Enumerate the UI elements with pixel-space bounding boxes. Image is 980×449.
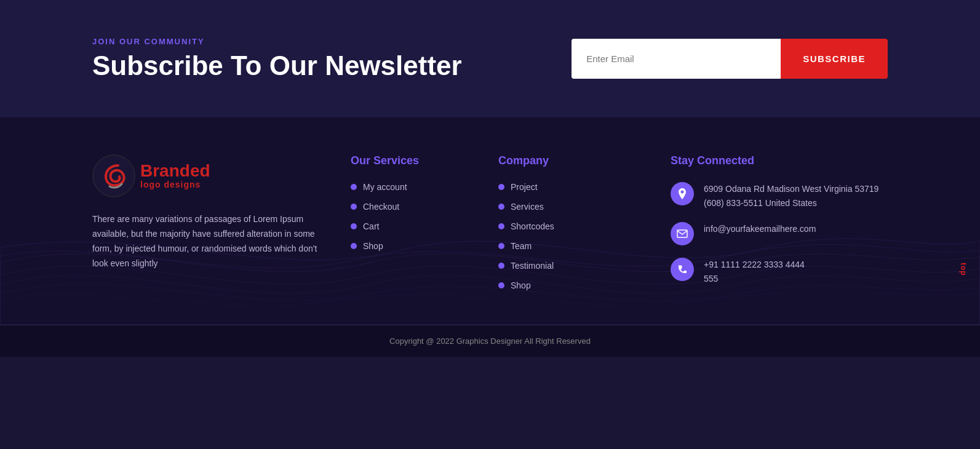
newsletter-title: Subscribe To Our Newsletter	[92, 51, 462, 81]
svg-rect-1	[677, 230, 687, 237]
list-item: Shortcodes	[498, 221, 646, 231]
list-dot	[498, 263, 504, 269]
service-link-cart[interactable]: Cart	[363, 221, 379, 231]
company-link-team[interactable]: Team	[511, 241, 532, 251]
subscribe-button[interactable]: SUBSCRIBE	[781, 39, 888, 79]
newsletter-join-label: JOIN OUR COMMUNITY	[92, 37, 462, 46]
list-dot	[351, 223, 357, 229]
brand-text-group: Branded logo designs	[140, 162, 210, 189]
list-dot	[498, 204, 504, 210]
list-item: Shop	[498, 280, 646, 290]
service-link-my-account[interactable]: My account	[363, 182, 407, 192]
footer-section: Branded logo designs There are many vari…	[0, 117, 980, 325]
brand-icon	[92, 154, 135, 197]
company-list: Project Services Shortcodes Team Testimo…	[498, 182, 646, 290]
list-dot	[498, 223, 504, 229]
list-item: Team	[498, 241, 646, 251]
list-item: Services	[498, 202, 646, 212]
newsletter-section: JOIN OUR COMMUNITY Subscribe To Our News…	[0, 0, 980, 117]
services-title: Our Services	[351, 154, 474, 167]
back-to-top[interactable]: top	[959, 263, 968, 276]
company-link-shortcodes[interactable]: Shortcodes	[511, 221, 554, 231]
contact-address-item: 6909 Odana Rd Madison West Virginia 5371…	[671, 182, 888, 210]
contact-address: 6909 Odana Rd Madison West Virginia 5371…	[704, 182, 888, 210]
company-link-project[interactable]: Project	[511, 182, 538, 192]
contact-email: info@yourfakeemailhere.com	[704, 222, 816, 236]
list-item: Checkout	[351, 202, 474, 212]
stay-connected-title: Stay Connected	[671, 154, 888, 167]
contact-phone: +91 1111 2222 3333 4444 555	[704, 258, 805, 285]
brand-logo: Branded logo designs	[92, 154, 326, 197]
copyright-bar: Copyright @ 2022 Graphics Designer All R…	[0, 325, 980, 357]
footer-brand-col: Branded logo designs There are many vari…	[92, 154, 326, 300]
list-dot	[498, 184, 504, 190]
list-dot	[498, 282, 504, 288]
footer-services-col: Our Services My account Checkout Cart Sh…	[351, 154, 474, 300]
service-link-checkout[interactable]: Checkout	[363, 202, 399, 212]
list-dot	[351, 243, 357, 249]
list-item: Testimonial	[498, 261, 646, 271]
email-icon	[671, 222, 694, 245]
footer-company-col: Company Project Services Shortcodes Team	[498, 154, 646, 300]
newsletter-form: SUBSCRIBE	[572, 39, 888, 79]
copyright-text: Copyright @ 2022 Graphics Designer All R…	[389, 336, 591, 346]
services-list: My account Checkout Cart Shop	[351, 182, 474, 251]
company-title: Company	[498, 154, 646, 167]
phone-icon	[671, 258, 694, 281]
list-item: My account	[351, 182, 474, 192]
contact-phone-item: +91 1111 2222 3333 4444 555	[671, 258, 888, 285]
svg-point-0	[93, 155, 135, 197]
location-icon	[671, 182, 694, 205]
company-link-shop[interactable]: Shop	[511, 280, 531, 290]
brand-tagline: logo designs	[140, 180, 210, 189]
list-item: Cart	[351, 221, 474, 231]
list-item: Shop	[351, 241, 474, 251]
list-dot	[351, 204, 357, 210]
brand-name: Branded	[140, 162, 210, 180]
list-item: Project	[498, 182, 646, 192]
service-link-shop[interactable]: Shop	[363, 241, 383, 251]
footer-grid: Branded logo designs There are many vari…	[92, 154, 888, 300]
contact-items: 6909 Odana Rd Madison West Virginia 5371…	[671, 182, 888, 285]
company-link-services[interactable]: Services	[511, 202, 544, 212]
footer-contact-col: Stay Connected 6909 Odana Rd Madison Wes…	[671, 154, 888, 300]
newsletter-left: JOIN OUR COMMUNITY Subscribe To Our News…	[92, 37, 462, 81]
email-input[interactable]	[572, 39, 781, 79]
list-dot	[351, 184, 357, 190]
brand-description: There are many variations of passages of…	[92, 212, 326, 271]
list-dot	[498, 243, 504, 249]
company-link-testimonial[interactable]: Testimonial	[511, 261, 554, 271]
contact-email-item: info@yourfakeemailhere.com	[671, 222, 888, 245]
